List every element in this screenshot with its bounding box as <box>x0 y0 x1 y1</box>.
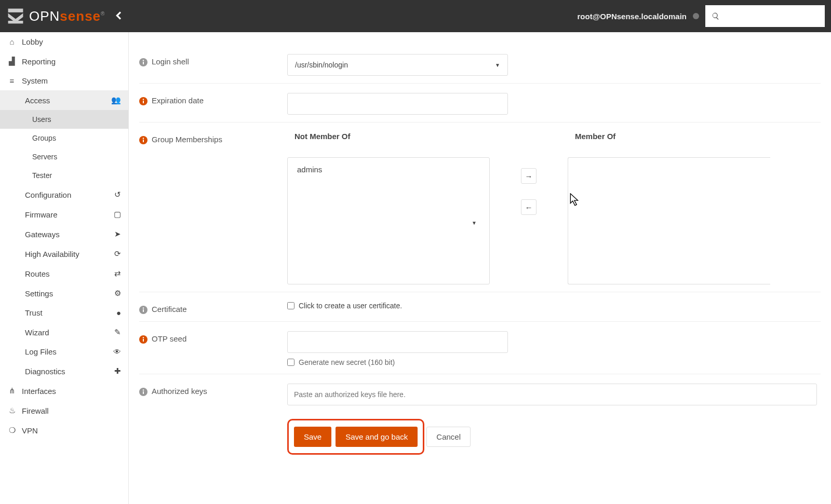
otp-generate-checkbox[interactable] <box>287 359 294 366</box>
sidebar-item-access[interactable]: Access👥 <box>0 90 128 110</box>
info-icon[interactable] <box>139 335 148 344</box>
svg-rect-12 <box>143 309 144 312</box>
member-listbox[interactable] <box>568 157 770 284</box>
move-left-button[interactable]: ← <box>521 199 537 215</box>
cancel-button[interactable]: Cancel <box>426 427 471 447</box>
sidebar-item-vpn[interactable]: ❍VPN <box>0 420 128 440</box>
info-icon[interactable] <box>139 136 148 144</box>
sidebar-item-users[interactable]: Users <box>0 110 128 129</box>
expiration-input[interactable] <box>287 93 508 115</box>
sidebar-collapse-button[interactable] <box>111 8 126 24</box>
row-certificate: Certificate Click to create a user certi… <box>139 292 821 322</box>
svg-rect-15 <box>143 339 144 342</box>
svg-rect-1 <box>8 21 23 23</box>
status-indicator-icon <box>693 13 699 19</box>
caret-down-icon: ▼ <box>472 220 477 226</box>
arrow-left-icon: ← <box>525 203 533 212</box>
info-icon[interactable] <box>139 97 148 105</box>
row-groups: Group Memberships Not Member Of admins ▼… <box>139 122 821 292</box>
laptop-icon: ⌂ <box>7 37 17 46</box>
magic-icon: ✎ <box>114 328 121 337</box>
save-button[interactable]: Save <box>294 427 331 447</box>
sidebar-item-diagnostics[interactable]: Diagnostics✚ <box>0 361 128 381</box>
sidebar-item-reporting[interactable]: ▟Reporting <box>0 51 128 71</box>
medkit-icon: ✚ <box>114 366 121 376</box>
sidebar-item-system[interactable]: ≡System <box>0 71 128 90</box>
svg-point-19 <box>143 389 144 390</box>
row-expiration: Expiration date <box>139 84 821 122</box>
network-icon: ⋔ <box>7 386 17 396</box>
sidebar-item-configuration[interactable]: Configuration↺ <box>0 185 128 205</box>
sidebar-item-gateways[interactable]: Gateways➤ <box>0 224 128 244</box>
gears-icon: ⚙ <box>114 289 121 298</box>
history-icon: ↺ <box>114 190 121 199</box>
otp-input[interactable] <box>287 331 508 353</box>
search-box[interactable] <box>705 5 825 27</box>
sidebar-item-log-files[interactable]: Log Files👁 <box>0 342 128 361</box>
certificate-text: Click to create a user certificate. <box>299 302 402 310</box>
svg-point-7 <box>143 99 144 100</box>
otp-generate-text: Generate new secret (160 bit) <box>299 358 395 366</box>
sidebar-item-settings[interactable]: Settings⚙ <box>0 283 128 303</box>
logo[interactable]: OPNsense® <box>6 7 105 25</box>
svg-rect-0 <box>8 9 23 12</box>
sidebar-item-servers[interactable]: Servers <box>0 147 128 166</box>
sidebar-item-groups[interactable]: Groups <box>0 129 128 147</box>
chart-icon: ▟ <box>7 57 17 66</box>
not-member-listbox[interactable]: admins ▼ <box>287 157 490 284</box>
row-otp: OTP seed Generate new secret (160 bit) <box>139 322 821 374</box>
svg-rect-3 <box>143 62 144 64</box>
sidebar-item-routes[interactable]: Routes⇄ <box>0 264 128 283</box>
sidebar-item-firmware[interactable]: Firmware▢ <box>0 205 128 224</box>
info-icon[interactable] <box>139 306 148 314</box>
sidebar-item-lobby[interactable]: ⌂Lobby <box>0 32 128 51</box>
not-member-heading: Not Member Of <box>294 132 490 141</box>
expiration-label: Expiration date <box>152 96 204 105</box>
svg-point-13 <box>143 307 144 308</box>
location-icon: ➤ <box>114 229 121 239</box>
search-input[interactable] <box>725 12 819 20</box>
topbar: OPNsense® root@OPNsense.localdomain <box>0 0 831 32</box>
eye-icon: 👁 <box>113 347 121 356</box>
routes-icon: ⇄ <box>114 269 121 278</box>
otp-label: OTP seed <box>152 334 186 343</box>
row-authorized-keys: Authorized keys <box>139 374 821 413</box>
move-right-button[interactable]: → <box>521 168 537 184</box>
group-option-admins[interactable]: admins <box>297 165 480 174</box>
sidebar-item-interfaces[interactable]: ⋔Interfaces <box>0 381 128 401</box>
sidebar-item-firewall[interactable]: ♨Firewall <box>0 401 128 420</box>
svg-rect-9 <box>143 140 144 142</box>
login-shell-label: Login shell <box>152 57 189 66</box>
certificate-label: Certificate <box>152 305 187 314</box>
svg-point-16 <box>143 337 144 338</box>
row-login-shell: Login shell /usr/sbin/nologin ▼ <box>139 45 821 84</box>
sidebar-item-trust[interactable]: Trust● <box>0 303 128 322</box>
highlight-annotation: Save Save and go back <box>287 419 424 455</box>
sidebar-item-wizard[interactable]: Wizard✎ <box>0 322 128 342</box>
main-content: Login shell /usr/sbin/nologin ▼ Expirati… <box>129 32 831 504</box>
login-shell-select[interactable]: /usr/sbin/nologin ▼ <box>287 54 508 76</box>
svg-point-10 <box>143 138 144 139</box>
svg-rect-6 <box>143 101 144 103</box>
button-row: Save Save and go back Cancel <box>287 413 821 455</box>
server-icon: ≡ <box>7 76 17 85</box>
arrow-right-icon: → <box>525 172 533 181</box>
users-icon: 👥 <box>111 96 121 105</box>
user-label[interactable]: root@OPNsense.localdomain <box>577 12 687 21</box>
fire-icon: ♨ <box>7 406 17 415</box>
sidebar-item-high-availability[interactable]: High Availability⟳ <box>0 244 128 264</box>
refresh-icon: ⟳ <box>114 249 121 258</box>
save-and-go-back-button[interactable]: Save and go back <box>336 427 418 447</box>
logo-text: OPNsense® <box>29 8 105 24</box>
svg-rect-18 <box>143 391 144 394</box>
globe-icon: ❍ <box>7 426 17 435</box>
opnsense-logo-icon <box>6 7 25 25</box>
authorized-keys-label: Authorized keys <box>152 387 207 396</box>
certificate-checkbox[interactable] <box>287 302 294 309</box>
authorized-keys-input[interactable] <box>287 384 817 405</box>
svg-point-4 <box>143 60 144 61</box>
group-memberships-label: Group Memberships <box>152 135 222 144</box>
info-icon[interactable] <box>139 388 148 396</box>
sidebar-item-tester[interactable]: Tester <box>0 166 128 185</box>
info-icon[interactable] <box>139 58 148 66</box>
